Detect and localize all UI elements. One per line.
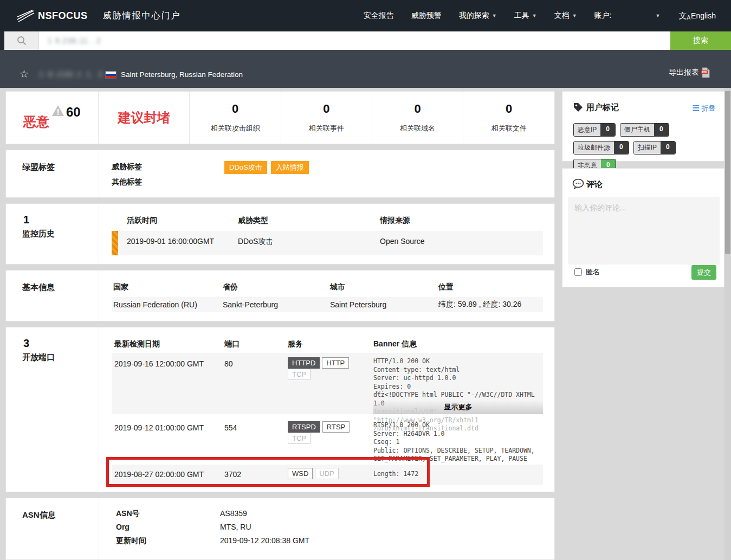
search-input[interactable]: 1 9.236.11 . 2: [39, 31, 670, 50]
nsfocus-logo[interactable]: NSFOCUS: [16, 9, 88, 23]
top-navbar: NSFOCUS 威胁情报中心门户 安全报告 威胁预警 我的探索▼ 工具▼ 文档▼…: [0, 0, 731, 31]
summary-panel: 恶意 60 建议封堵 0 相关联攻击组织 0 相关联事件 0 相关联域名 0 相…: [5, 91, 555, 144]
counter-card-events[interactable]: 0 相关联事件: [281, 92, 372, 144]
basic-table-row: Russian Federation (RU) Sankt-Peterburg …: [112, 297, 543, 312]
portal-title: 威胁情报中心门户: [103, 10, 181, 22]
section-title: ASN信息: [22, 510, 56, 520]
asn-number-row: ASN号 AS8359: [112, 509, 247, 519]
risk-score: 60: [66, 105, 81, 120]
tag-pill-spam-source[interactable]: 垃圾邮件源0: [573, 141, 629, 155]
user-tag-pills: 恶意IP0 僵尸主机0 垃圾邮件源0 扫描IP0 非恶意0: [573, 123, 716, 172]
threat-tag[interactable]: 入站情报: [271, 161, 309, 174]
protocol-chip: UDP: [315, 468, 338, 479]
show-more-button[interactable]: 显示更多: [373, 400, 543, 414]
counter-label: 相关联文件: [491, 124, 527, 133]
asn-updated-value: 2019-09-12 20:08:38 GMT: [220, 536, 309, 546]
page-scrollbar[interactable]: [724, 88, 731, 560]
counter-card-attack-groups[interactable]: 0 相关联攻击组织: [190, 92, 281, 144]
russia-flag-icon: [105, 71, 117, 79]
banner-info: RTSP/1.0 200 OK Server: H264DVR 1.0 Cseq…: [373, 417, 543, 464]
ip-address-redacted: 1 9.236.1 1. 2: [39, 69, 104, 79]
search-button[interactable]: 搜索: [670, 31, 731, 50]
counter-card-domains[interactable]: 0 相关联域名: [372, 92, 464, 144]
asn-org-row: Org MTS, RU: [112, 523, 251, 531]
user-tags-panel: 用户标记 ☰ 折叠 恶意IP0 僵尸主机0 垃圾邮件源0 扫描IP0 非恶意0: [562, 91, 724, 162]
search-query-redacted: 1 9.236.11 . 2: [48, 36, 101, 45]
comment-bubble-icon: [572, 178, 584, 189]
open-ports-panel: 3 开放端口 最新检测日期 端口 服务 Banner 信息 2019-09-16…: [5, 327, 555, 492]
nav-account[interactable]: 账户:▼: [594, 11, 661, 21]
translate-icon-a: A: [687, 15, 690, 21]
search-bar: 1 9.236.11 . 2 搜索: [0, 31, 731, 50]
search-icon-box: [4, 31, 39, 50]
country-value: Russian Federation (RU): [113, 300, 223, 309]
tag-pill-scanner-ip[interactable]: 扫描IP0: [633, 141, 676, 155]
warning-triangle-icon: [51, 105, 64, 117]
asn-updated-row: 更新时间 2019-09-12 20:08:38 GMT: [112, 536, 309, 546]
detect-date: 2019-09-12 01:00:00 GMT: [114, 417, 224, 464]
service-chips: WSDUDP: [288, 465, 373, 485]
service-chip: WSD: [288, 468, 313, 479]
scrollbar-thumb[interactable]: [725, 91, 730, 254]
service-chips: RTSPDRTSPTCP: [288, 417, 373, 464]
geo-location-label: Saint Petersburg, Russian Federation: [121, 70, 243, 79]
other-tags-label: 其他标签: [112, 177, 142, 187]
active-time: 2019-09-01 16:00:00GMT: [127, 237, 238, 255]
counter-card-files[interactable]: 0 相关联文件: [463, 92, 554, 144]
threat-tags: DDoS攻击 入站情报: [224, 161, 309, 174]
counter-label: 相关联事件: [309, 124, 344, 133]
banner-info: Length: 1472: [373, 465, 543, 485]
chevron-down-icon: ▼: [532, 13, 537, 18]
anonymous-checkbox[interactable]: [574, 268, 582, 276]
nsfocus-swoosh-icon: [16, 9, 35, 23]
ip-header: ☆ 1 9.236.1 1. 2 Saint Petersburg, Russi…: [0, 50, 731, 88]
submit-comment-button[interactable]: 提交: [691, 265, 716, 280]
verdict-label: 恶意: [23, 113, 49, 131]
monitor-table-row: 2019-09-01 16:00:00GMT DDoS攻击 Open Sourc…: [112, 231, 543, 255]
nav-docs[interactable]: 文档▼: [554, 11, 577, 21]
section-title: 开放端口: [22, 352, 55, 363]
export-report-button[interactable]: 导出报表 PDF: [669, 67, 710, 78]
section-title: 基本信息: [22, 282, 55, 293]
collapse-button[interactable]: ☰ 折叠: [692, 104, 715, 113]
service-chip: RTSP: [322, 421, 350, 433]
comment-input[interactable]: [568, 197, 720, 265]
port-number: 3702: [224, 465, 288, 485]
threat-type: DDoS攻击: [238, 237, 380, 255]
protocol-chip: TCP: [288, 433, 310, 444]
threat-tag[interactable]: DDoS攻击: [224, 161, 267, 174]
counter-label: 相关联攻击组织: [211, 124, 260, 133]
nsfocus-tags-panel: 绿盟标签 威胁标签 DDoS攻击 入站情报 其他标签: [5, 150, 555, 198]
nav-menu: 安全报告 威胁预警 我的探索▼ 工具▼ 文档▼ 账户:▼ 文AEnglish: [346, 11, 716, 21]
basic-info-panel: 基本信息 国家 省份 城市 位置 Russian Federation (RU)…: [5, 270, 555, 321]
latlon-value: 纬度: 59.89 , 经度: 30.26: [438, 300, 543, 310]
chevron-down-icon: ▼: [572, 13, 577, 18]
nav-security-report[interactable]: 安全报告: [364, 11, 394, 21]
section-title: 评论: [586, 179, 603, 190]
chevron-down-icon: ▼: [492, 13, 497, 18]
tag-pill-malicious-ip[interactable]: 恶意IP0: [573, 123, 616, 137]
ports-count: 3: [23, 337, 29, 350]
recommendation-label: 建议封堵: [118, 109, 170, 126]
nav-my-explore[interactable]: 我的探索▼: [459, 11, 497, 21]
svg-text:PDF: PDF: [702, 71, 707, 74]
city-value: Saint Petersburg: [330, 300, 438, 309]
port-row-554: 2019-09-12 01:00:00 GMT 554 RTSPDRTSPTCP…: [112, 417, 543, 464]
page: NSFOCUS 威胁情报中心门户 安全报告 威胁预警 我的探索▼ 工具▼ 文档▼…: [0, 0, 731, 560]
detect-date: 2019-08-27 02:00:00 GMT: [114, 465, 224, 485]
tag-pill-zombie-host[interactable]: 僵尸主机0: [620, 123, 669, 137]
nav-tools[interactable]: 工具▼: [514, 11, 537, 21]
ports-table-body: 2019-09-16 12:00:00 GMT 80 HTTPDHTTPTCP …: [112, 353, 543, 485]
monitor-history-panel: 1 监控历史 活跃时间 威胁类型 情报来源 2019-09-01 16:00:0…: [5, 203, 555, 265]
port-number: 554: [224, 417, 288, 464]
basic-table-header: 国家 省份 城市 位置: [112, 282, 543, 292]
nav-threat-alert[interactable]: 威胁预警: [411, 11, 442, 21]
intel-source: Open Source: [380, 237, 543, 255]
translate-icon: 文: [678, 11, 687, 21]
port-row-80: 2019-09-16 12:00:00 GMT 80 HTTPDHTTPTCP …: [112, 353, 543, 414]
service-chip: HTTPD: [288, 357, 320, 369]
monitor-count: 1: [23, 214, 29, 226]
recommendation-card: 建议封堵: [99, 92, 190, 144]
language-toggle[interactable]: 文AEnglish: [678, 11, 716, 21]
favorite-star-icon[interactable]: ☆: [20, 68, 29, 80]
